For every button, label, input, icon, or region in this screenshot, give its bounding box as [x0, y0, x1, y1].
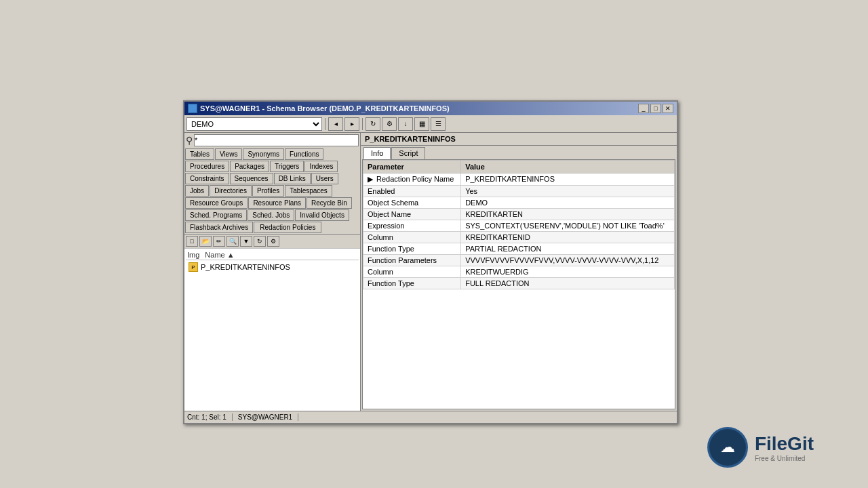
settings-button[interactable]: ☰	[431, 117, 446, 131]
toolbar: DEMO ◂ ▸ ↻ ⚙ ↓ ▦ ☰	[184, 115, 677, 133]
tree-new-button[interactable]: □	[186, 236, 198, 247]
status-cnt: Cnt: 1; Sel: 1	[187, 413, 233, 421]
tab-sched-programs[interactable]: Sched. Programs	[185, 209, 247, 221]
right-panel: P_KREDITKARTENINFOS Info Script Paramete…	[361, 133, 677, 411]
tab-redaction-policies[interactable]: Redaction Policies	[254, 222, 321, 233]
tab-dblinks[interactable]: DB Links	[274, 173, 311, 184]
value-cell: KREDITWUERDIG	[461, 266, 675, 278]
expand-arrow[interactable]: ▶	[368, 175, 374, 184]
tab-profiles[interactable]: Profiles	[252, 185, 284, 197]
tree-edit-button[interactable]: ✏	[213, 236, 225, 247]
minimize-button[interactable]: _	[638, 104, 649, 113]
logo-circle: ☁	[707, 427, 748, 468]
logo-name: FileGit	[755, 433, 814, 455]
main-content: ⚲ Tables Views Synonyms Functions Proced…	[184, 133, 677, 411]
table-row: ▶ Redaction Policy Name P_KREDITKARTENIN…	[363, 174, 675, 186]
param-cell: Function Type	[363, 243, 461, 255]
tree-open-button[interactable]: 📂	[199, 236, 212, 247]
nav-forward-button[interactable]: ▸	[344, 117, 359, 131]
value-cell: KREDITKARTEN	[461, 209, 675, 220]
tree-item[interactable]: P P_KREDITKARTENINFOS	[186, 262, 359, 272]
schema-select[interactable]: DEMO	[186, 117, 322, 131]
value-cell: SYS_CONTEXT('USERENV','MODULE') NOT LIKE…	[461, 220, 675, 232]
tab-resource-plans[interactable]: Resource Plans	[248, 197, 306, 209]
tab-functions[interactable]: Functions	[285, 148, 323, 160]
tab-triggers[interactable]: Triggers	[270, 161, 304, 172]
object-title: P_KREDITKARTENINFOS	[361, 133, 677, 146]
param-cell: Expression	[363, 220, 461, 232]
status-bar: Cnt: 1; Sel: 1 SYS@WAGNER1	[184, 411, 677, 423]
tab-users[interactable]: Users	[311, 173, 338, 184]
toolbar-separator	[325, 118, 326, 130]
nav-back-button[interactable]: ◂	[328, 117, 343, 131]
param-cell: Object Schema	[363, 197, 461, 209]
filter-input[interactable]	[194, 134, 359, 146]
grid-button[interactable]: ▦	[414, 117, 429, 131]
tab-sched-jobs[interactable]: Sched. Jobs	[248, 209, 294, 221]
export-button[interactable]: ↓	[398, 117, 413, 131]
value-cell: P_KREDITKARTENINFOS	[461, 174, 675, 186]
filter-bar: ⚲	[184, 133, 360, 148]
param-table: Parameter Value ▶ Redaction Policy Name …	[363, 160, 675, 289]
table-row: Enabled Yes	[363, 186, 675, 197]
logo-cloud-icon: ☁	[720, 439, 735, 456]
param-cell: Column	[363, 232, 461, 243]
tab-jobs[interactable]: Jobs	[185, 185, 209, 197]
tab-resource-groups[interactable]: Resource Groups	[185, 197, 248, 209]
value-cell: VVVVFVVVVFVVVVFVVV,VVVV-VVVV-VVVV-VVV,X,…	[461, 255, 675, 266]
tree-search-button[interactable]: 🔍	[226, 236, 239, 247]
tab-indexes[interactable]: Indexes	[304, 161, 338, 172]
tab-invalid-objects[interactable]: Invalid Objects	[295, 209, 349, 221]
toolbar-separator-2	[362, 118, 363, 130]
tab-procedures[interactable]: Procedures	[185, 161, 229, 172]
table-row: Function Parameters VVVVFVVVVFVVVVFVVV,V…	[363, 255, 675, 266]
col-value: Value	[461, 161, 675, 174]
window-controls: _ □ ✕	[638, 104, 673, 113]
tab-script[interactable]: Script	[391, 147, 425, 159]
nav-tabs: Tables Views Synonyms Functions Procedur…	[184, 148, 360, 235]
param-cell: Function Type	[363, 278, 461, 289]
col-parameter: Parameter	[363, 161, 461, 174]
tab-flashback-archives[interactable]: Flashback Archives	[185, 222, 253, 233]
value-cell: Yes	[461, 186, 675, 197]
tree-settings-button[interactable]: ⚙	[267, 236, 279, 247]
logo-tagline: Free & Unlimited	[755, 455, 814, 462]
tab-info[interactable]: Info	[363, 147, 391, 159]
close-button[interactable]: ✕	[663, 104, 673, 113]
param-cell: ▶ Redaction Policy Name	[363, 174, 461, 186]
tree-filter-button[interactable]: ▼	[240, 236, 252, 247]
maximize-button[interactable]: □	[650, 104, 661, 113]
tree-toolbar: □ 📂 ✏ 🔍 ▼ ↻ ⚙	[184, 235, 360, 249]
refresh-button[interactable]: ↻	[366, 117, 380, 131]
app-icon	[188, 104, 197, 113]
logo-text: FileGit Free & Unlimited	[755, 433, 814, 462]
param-cell: Column	[363, 266, 461, 278]
title-bar-left: SYS@WAGNER1 - Schema Browser (DEMO.P_KRE…	[188, 104, 450, 113]
tab-recycle-bin[interactable]: Recycle Bin	[307, 197, 352, 209]
filegit-logo: ☁ FileGit Free & Unlimited	[707, 427, 814, 468]
procedure-icon: P	[189, 262, 198, 272]
tab-constraints[interactable]: Constraints	[185, 173, 229, 184]
table-row: Function Type FULL REDACTION	[363, 278, 675, 289]
main-window: SYS@WAGNER1 - Schema Browser (DEMO.P_KRE…	[183, 100, 678, 424]
value-cell: DEMO	[461, 197, 675, 209]
tree-area: Img Name ▲ P P_KREDITKARTENINFOS	[184, 249, 360, 411]
tree-header: Img Name ▲	[186, 250, 359, 260]
table-row: Object Name KREDITKARTEN	[363, 209, 675, 220]
table-row: Column KREDITWUERDIG	[363, 266, 675, 278]
title-bar: SYS@WAGNER1 - Schema Browser (DEMO.P_KRE…	[184, 102, 677, 115]
tab-tables[interactable]: Tables	[185, 148, 214, 160]
tab-synonyms[interactable]: Synonyms	[243, 148, 284, 160]
tab-views[interactable]: Views	[215, 148, 243, 160]
tab-packages[interactable]: Packages	[230, 161, 269, 172]
tree-col-name: Name ▲	[205, 251, 234, 259]
table-row: Function Type PARTIAL REDACTION	[363, 243, 675, 255]
tab-sequences[interactable]: Sequences	[230, 173, 273, 184]
value-cell: KREDITKARTENID	[461, 232, 675, 243]
detail-tabs-bar: Info Script	[361, 146, 677, 159]
tree-refresh-button[interactable]: ↻	[254, 236, 266, 247]
filter-button[interactable]: ⚙	[382, 117, 397, 131]
tree-item-label: P_KREDITKARTENINFOS	[201, 263, 290, 271]
tab-directories[interactable]: Directories	[210, 185, 252, 197]
tab-tablespaces[interactable]: Tablespaces	[285, 185, 332, 197]
